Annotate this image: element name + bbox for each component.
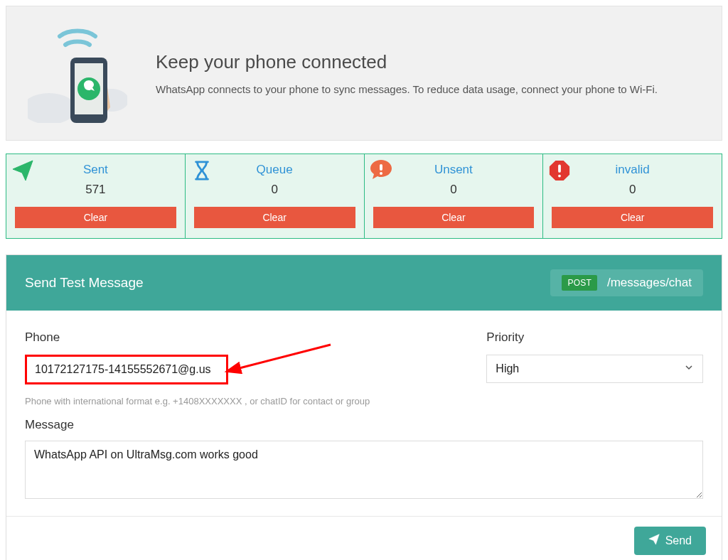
priority-value: High (487, 355, 702, 382)
panel-title: Send Test Message (25, 275, 144, 291)
banner-text: Keep your phone connected WhatsApp conne… (156, 51, 658, 95)
stat-title: Sent (14, 163, 178, 177)
send-message-panel: Send Test Message POST /messages/chat Ph… (6, 254, 722, 560)
hourglass-icon (190, 158, 214, 183)
panel-body: Phone Priority High Phone with internat (6, 311, 722, 516)
stat-queue: Queue 0 Clear (186, 154, 365, 238)
banner-title: Keep your phone connected (156, 51, 658, 73)
phone-wifi-illustration (28, 23, 127, 123)
endpoint-tag: POST /messages/chat (550, 269, 703, 296)
stat-value: 0 (550, 183, 714, 197)
svg-point-6 (380, 172, 382, 175)
phone-help-text: Phone with international format e.g. +14… (25, 396, 703, 406)
priority-label: Priority (486, 330, 703, 345)
svg-rect-5 (380, 164, 382, 171)
stat-value: 571 (14, 183, 178, 197)
banner: Keep your phone connected WhatsApp conne… (6, 6, 722, 141)
paper-plane-icon (11, 158, 35, 183)
paper-plane-icon (648, 534, 660, 548)
clear-unsent-button[interactable]: Clear (373, 207, 535, 228)
stats-row: Sent 571 Clear Queue 0 Clear Unsent 0 Cl… (6, 154, 722, 239)
stat-title: Unsent (372, 163, 536, 177)
banner-subtitle: WhatsApp connects to your phone to sync … (156, 83, 658, 95)
phone-label: Phone (25, 330, 458, 345)
clear-sent-button[interactable]: Clear (15, 207, 176, 228)
clear-queue-button[interactable]: Clear (194, 207, 355, 228)
stop-exclamation-icon (547, 158, 572, 183)
send-button[interactable]: Send (634, 527, 706, 555)
http-method-badge: POST (562, 275, 596, 291)
phone-input[interactable] (25, 355, 228, 384)
send-button-label: Send (665, 534, 692, 547)
exclamation-bubble-icon (369, 158, 393, 183)
stat-title: Queue (193, 163, 357, 177)
svg-point-0 (28, 93, 76, 123)
stat-invalid: invalid 0 Clear (543, 154, 722, 238)
message-textarea[interactable] (25, 441, 703, 499)
panel-header: Send Test Message POST /messages/chat (6, 255, 722, 311)
stat-sent: Sent 571 Clear (6, 154, 186, 238)
stat-unsent: Unsent 0 Clear (365, 154, 544, 238)
priority-select[interactable]: High (486, 355, 703, 383)
stat-value: 0 (193, 183, 357, 197)
stat-title: invalid (550, 163, 714, 177)
endpoint-path: /messages/chat (607, 276, 692, 290)
clear-invalid-button[interactable]: Clear (552, 207, 713, 228)
message-label: Message (25, 418, 703, 432)
panel-footer: Send (6, 516, 722, 560)
stat-value: 0 (372, 183, 536, 197)
svg-point-9 (558, 175, 561, 178)
svg-rect-8 (558, 165, 561, 173)
